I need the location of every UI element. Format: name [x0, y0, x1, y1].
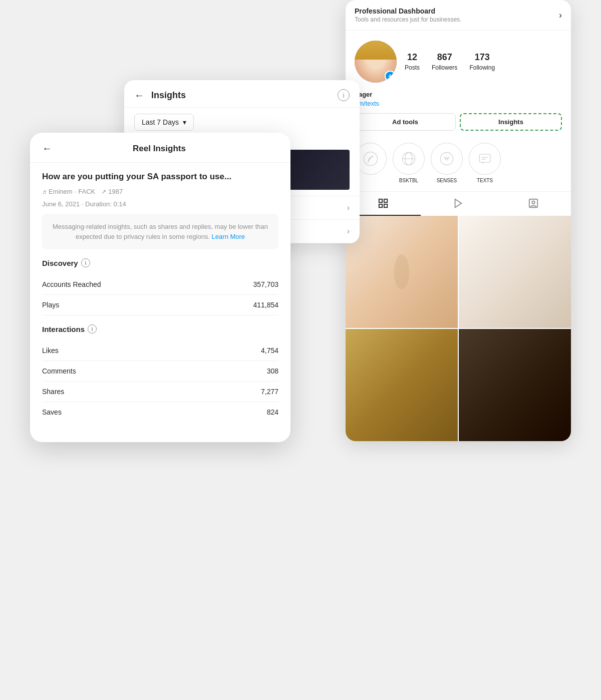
chevron-down-icon: ▾ [183, 118, 186, 126]
svg-point-0 [364, 152, 378, 166]
plays-label: Plays [42, 301, 59, 309]
grid-cell-necklace[interactable] [459, 216, 571, 328]
profile-grid [346, 216, 571, 441]
reel-shares-meta: ↗ 1987 [101, 188, 123, 195]
gold-image [346, 329, 458, 441]
plays-row: Plays 411,854 [42, 295, 278, 315]
discovery-info-icon[interactable]: i [81, 258, 90, 267]
shares-row: Shares 7,277 [42, 382, 278, 402]
svg-rect-9 [379, 199, 382, 202]
info-icon[interactable]: i [338, 89, 350, 101]
chevron-right-icon: › [347, 203, 350, 212]
posts-label: Posts [405, 64, 420, 71]
posts-count: 12 [405, 52, 420, 63]
profile-tabs [346, 191, 571, 216]
plays-value: 411,854 [253, 301, 278, 309]
likes-row: Likes 4,754 [42, 340, 278, 361]
reel-music-track: FACK [78, 188, 95, 195]
necklace-image [459, 216, 571, 328]
comments-label: Comments [42, 367, 76, 375]
insights-panel-title: Insights [151, 90, 186, 101]
dashboard-banner-text: Professional Dashboard Tools and resourc… [355, 7, 461, 23]
saves-label: Saves [42, 408, 62, 416]
followers-count: 867 [432, 52, 457, 63]
highlight-circle-bsktbl [393, 143, 425, 175]
dashboard-banner[interactable]: Professional Dashboard Tools and resourc… [346, 0, 571, 31]
highlight-item-texts[interactable]: TEXTS [469, 143, 501, 183]
svg-rect-6 [479, 154, 490, 162]
insights-button[interactable]: Insights [460, 113, 562, 131]
add-icon[interactable]: + [385, 71, 396, 82]
tab-reels[interactable] [421, 192, 496, 216]
reel-header: ← Reel Insights [30, 133, 290, 163]
discovery-section: Discovery i Accounts Reached 357,703 Pla… [30, 249, 290, 315]
followers-label: Followers [432, 64, 457, 71]
stat-followers: 867 Followers [432, 52, 457, 72]
share-icon: ↗ [101, 188, 106, 195]
highlight-item-bsktbl[interactable]: BSKTBL [393, 143, 425, 183]
back-button[interactable]: ← [134, 90, 144, 101]
reel-duration-separator: · [82, 200, 85, 208]
reel-music: ♬ Eminem · FACK [42, 188, 95, 195]
saves-row: Saves 824 [42, 402, 278, 422]
svg-rect-10 [384, 199, 387, 202]
accounts-reached-label: Accounts Reached [42, 280, 101, 288]
reel-shares-count: 1987 [108, 188, 123, 195]
stat-following: 173 Following [469, 52, 495, 72]
dashboard-subtitle: Tools and resources just for businesses. [355, 16, 461, 23]
reel-music-dot: · [75, 188, 77, 195]
comments-row: Comments 308 [42, 361, 278, 382]
ad-tools-button[interactable]: Ad tools [355, 113, 456, 131]
grid-cell-gold[interactable] [346, 329, 458, 441]
insights-header: ← Insights i [124, 80, 360, 108]
avatar-hair [355, 41, 397, 60]
grid-cell-nails[interactable] [346, 216, 458, 328]
nail-image [346, 216, 458, 328]
following-label: Following [469, 64, 495, 71]
interactions-section: Interactions i Likes 4,754 Comments 308 … [30, 315, 290, 422]
reel-date-text: June 6, 2021 [42, 200, 80, 208]
svg-marker-13 [455, 199, 462, 208]
highlight-label-bsktbl: BSKTBL [399, 178, 418, 183]
reel-video-title-section: How are you putting your SA passport to … [30, 163, 290, 185]
stat-posts: 12 Posts [405, 52, 420, 72]
svg-point-15 [532, 201, 535, 204]
reel-duration: Duration: 0:14 [85, 200, 126, 208]
following-count: 173 [469, 52, 495, 63]
likes-label: Likes [42, 346, 59, 355]
dashboard-chevron-icon: › [559, 10, 562, 21]
svg-rect-12 [384, 204, 387, 207]
comments-value: 308 [267, 367, 278, 375]
dashboard-title: Professional Dashboard [355, 7, 461, 15]
reel-meta: ♬ Eminem · FACK ↗ 1987 [30, 185, 290, 198]
interactions-title: Interactions i [42, 324, 278, 333]
date-filter[interactable]: Last 7 Days ▾ [134, 114, 194, 131]
grid-cell-person[interactable] [459, 329, 571, 441]
accounts-reached-row: Accounts Reached 357,703 [42, 274, 278, 295]
interactions-info-icon[interactable]: i [88, 324, 97, 333]
avatar: + [355, 41, 397, 83]
svg-rect-11 [379, 204, 382, 207]
reel-date: June 6, 2021 · Duration: 0:14 [30, 198, 290, 214]
profile-header: + 12 Posts 867 Followers 173 Following [346, 31, 571, 90]
profile-stats: 12 Posts 867 Followers 173 Following [405, 52, 495, 72]
reel-notice-text: Messaging-related insights, such as shar… [53, 223, 268, 240]
learn-more-link[interactable]: Learn More [212, 233, 245, 240]
shares-label: Shares [42, 388, 64, 396]
svg-point-16 [394, 254, 409, 289]
profile-highlights: BSKTBL SENSES TEXTS [346, 139, 571, 191]
profile-link[interactable]: om/texts [355, 100, 562, 107]
reel-video-title-text: How are you putting your SA passport to … [42, 172, 278, 182]
highlight-label-texts: TEXTS [477, 178, 493, 183]
likes-value: 4,754 [261, 346, 278, 355]
person-image [459, 329, 571, 441]
highlight-circle-texts [469, 143, 501, 175]
reel-back-button[interactable]: ← [42, 143, 52, 154]
highlight-item-senses[interactable]: SENSES [431, 143, 463, 183]
saves-value: 824 [267, 408, 278, 416]
tab-tagged[interactable] [496, 192, 571, 216]
reel-music-artist: Eminem [49, 188, 73, 195]
accounts-reached-value: 357,703 [253, 280, 278, 288]
highlight-circle-senses [431, 143, 463, 175]
shares-value: 7,277 [261, 388, 278, 396]
